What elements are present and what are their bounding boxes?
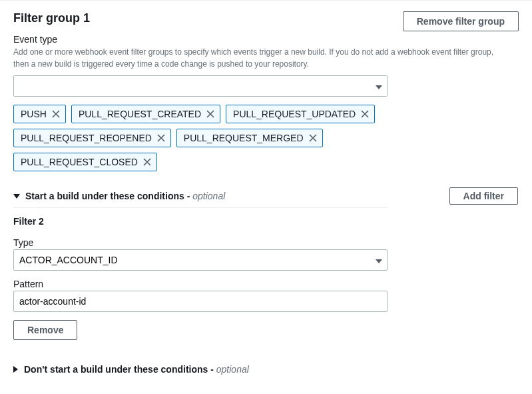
close-icon[interactable] (143, 158, 151, 166)
filter-type-select-wrap: ACTOR_ACCOUNT_ID (13, 249, 388, 271)
remove-filter-button[interactable]: Remove (13, 320, 77, 340)
caret-down-icon (13, 191, 20, 201)
filter-group-title: Filter group 1 (13, 11, 90, 25)
tag-label: PULL_REQUEST_CLOSED (21, 157, 138, 167)
header-row: Filter group 1 Remove filter group (13, 11, 519, 31)
event-type-tag: PULL_REQUEST_UPDATED (226, 105, 375, 123)
tag-label: PULL_REQUEST_MERGED (184, 133, 304, 143)
optional-label: optional (216, 364, 249, 375)
filter-2-title: Filter 2 (13, 216, 519, 227)
dont-start-conditions-toggle[interactable]: Don't start a build under these conditio… (13, 364, 249, 375)
start-conditions-header: Start a build under these conditions - o… (13, 187, 518, 205)
event-type-tags: PUSHPULL_REQUEST_CREATEDPULL_REQUEST_UPD… (13, 105, 388, 171)
tag-label: PUSH (21, 109, 47, 119)
event-type-select-wrap (13, 75, 388, 97)
event-type-description: Add one or more webhook event filter gro… (13, 46, 506, 70)
filter-remove-row: Remove (13, 320, 519, 340)
tag-label: PULL_REQUEST_CREATED (79, 109, 201, 119)
filter-type-label: Type (13, 237, 519, 248)
close-icon[interactable] (206, 110, 214, 118)
event-type-select[interactable] (13, 75, 388, 97)
close-icon[interactable] (157, 134, 165, 142)
filter-type-field: Type ACTOR_ACCOUNT_ID (13, 237, 519, 271)
tag-label: PULL_REQUEST_UPDATED (233, 109, 356, 119)
event-type-tag: PUSH (13, 105, 66, 123)
close-icon[interactable] (309, 134, 317, 142)
event-type-field: Event type Add one or more webhook event… (13, 34, 519, 171)
event-type-tag: PULL_REQUEST_MERGED (176, 129, 323, 147)
event-type-tag: PULL_REQUEST_CLOSED (13, 153, 157, 171)
start-conditions-toggle[interactable]: Start a build under these conditions - o… (13, 191, 225, 201)
add-filter-button[interactable]: Add filter (449, 187, 518, 205)
filter-type-select[interactable]: ACTOR_ACCOUNT_ID (13, 249, 388, 271)
divider (13, 207, 388, 208)
start-conditions-title: Start a build under these conditions (25, 191, 184, 201)
filter-pattern-input[interactable] (13, 291, 388, 312)
tag-label: PULL_REQUEST_REOPENED (21, 133, 152, 143)
event-type-tag: PULL_REQUEST_REOPENED (13, 129, 171, 147)
optional-label: optional (192, 191, 225, 201)
remove-filter-group-button[interactable]: Remove filter group (403, 11, 519, 31)
dont-start-conditions-title: Don't start a build under these conditio… (24, 364, 208, 375)
close-icon[interactable] (52, 110, 60, 118)
dont-start-conditions-header: Don't start a build under these conditio… (13, 364, 388, 375)
filter-group-container: Filter group 1 Remove filter group Event… (0, 0, 532, 388)
filter-pattern-label: Pattern (13, 279, 519, 289)
close-icon[interactable] (361, 110, 369, 118)
caret-right-icon (13, 364, 19, 375)
event-type-tag: PULL_REQUEST_CREATED (71, 105, 220, 123)
event-type-label: Event type (13, 34, 519, 45)
filter-pattern-field: Pattern (13, 279, 519, 312)
